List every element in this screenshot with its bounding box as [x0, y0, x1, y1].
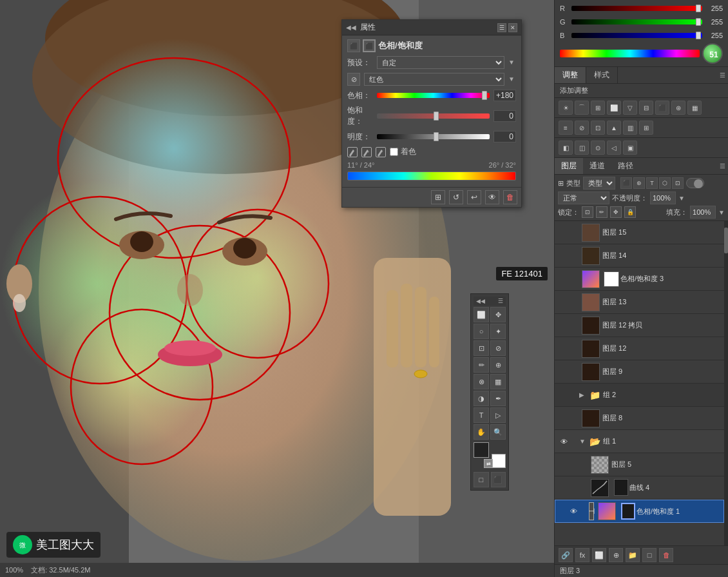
layer-item[interactable]: 曲线 4 [555, 476, 724, 500]
brush-tool[interactable]: ✏ [474, 357, 489, 373]
huesat-adj[interactable]: ▽ [623, 101, 637, 115]
layers-scrollbar[interactable] [724, 221, 728, 545]
preset-select[interactable]: 自定 [377, 56, 504, 69]
layer-visibility-toggle[interactable] [557, 226, 570, 239]
layer-item[interactable]: 图层 13 [555, 291, 724, 314]
lock-all[interactable]: 🔒 [624, 206, 636, 218]
group-arrow[interactable]: ▶ [579, 391, 587, 398]
all-adj[interactable]: ▣ [623, 141, 637, 155]
zoom-tool[interactable]: 🔍 [490, 424, 506, 440]
exposure-adj[interactable]: ⊞ [591, 101, 605, 115]
saturation-thumb[interactable] [434, 112, 439, 121]
magic-wand-tool[interactable]: ✦ [490, 324, 506, 339]
curves-adj[interactable]: ⌒ [575, 101, 589, 115]
green-slider[interactable] [571, 19, 702, 24]
lightness-value[interactable] [493, 131, 516, 142]
previous-state-btn[interactable]: ↩ [467, 190, 481, 204]
layer-item[interactable]: 图层 8 [555, 407, 724, 430]
filter-text-btn[interactable]: T [646, 177, 658, 189]
channelmix-adj[interactable]: ▦ [687, 101, 702, 115]
eyedropper-tool[interactable]: ⊘ [490, 340, 506, 356]
vibrance-adj[interactable]: ⬜ [607, 101, 621, 115]
dodge-tool[interactable]: ◑ [474, 391, 489, 406]
foreground-swatch[interactable] [474, 442, 489, 458]
layer-visibility-toggle[interactable] [557, 366, 570, 378]
tab-channels[interactable]: 通道 [583, 158, 611, 174]
lightness-slider[interactable] [377, 134, 490, 139]
levels-adj[interactable]: ≡ [559, 121, 573, 135]
move-tool[interactable]: ✥ [490, 307, 506, 322]
quick-mask-off[interactable]: □ [474, 472, 489, 487]
layer-item[interactable]: 图层 12 拷贝 [555, 314, 724, 337]
lightness-thumb[interactable] [434, 132, 439, 141]
blue-slider[interactable] [571, 33, 702, 38]
selectivecolor-adj[interactable]: ⊞ [639, 121, 653, 135]
swap-colors-btn[interactable]: ⇄ [484, 459, 493, 468]
layer-visibility-toggle[interactable] [557, 249, 570, 262]
layer-visibility-toggle[interactable] [566, 458, 579, 471]
add-mask-btn[interactable]: ⬜ [592, 548, 606, 562]
tab-layers[interactable]: 图层 [555, 158, 583, 174]
layer-visibility-toggle[interactable] [557, 319, 570, 332]
previous-adj[interactable]: ◁ [607, 141, 621, 155]
colorize-checkbox[interactable] [390, 148, 398, 156]
add-style-btn[interactable]: fx [575, 548, 589, 562]
quick-mask-on[interactable]: ⬛ [491, 472, 506, 487]
hue-slider[interactable] [377, 93, 490, 98]
red-thumb[interactable] [696, 5, 701, 12]
tab-style[interactable]: 样式 [586, 67, 618, 83]
shadows-adj[interactable]: ◧ [559, 141, 573, 155]
layer-item[interactable]: 图层 14 [555, 244, 724, 268]
photofilter-adj[interactable]: ⊛ [671, 101, 685, 115]
lock-brush[interactable]: ✏ [596, 206, 608, 218]
saturation-slider[interactable] [377, 113, 490, 119]
hue-thumb[interactable] [482, 91, 487, 100]
properties-collapse-btn[interactable]: ◀◀ [346, 24, 356, 31]
brightness-adj[interactable]: ☀ [559, 101, 573, 115]
sample-remove-icon[interactable]: - [376, 147, 386, 157]
mask-icon[interactable]: ⬛ [347, 39, 360, 52]
fill-input[interactable] [690, 206, 716, 219]
opacity-input[interactable] [650, 191, 676, 204]
threshold-adj[interactable]: ▲ [607, 121, 621, 135]
properties-panel-menu[interactable]: ☰ [497, 23, 506, 32]
layer-item-group[interactable]: 👁 ▼ 📂 组 1 [555, 430, 724, 453]
clone-stamp-tool[interactable]: ⊗ [474, 374, 489, 389]
layer-item[interactable]: 图层 12 [555, 337, 724, 360]
layers-scroll-thumb[interactable] [724, 228, 728, 253]
lock-transparency[interactable]: ⊡ [582, 206, 593, 218]
filter-toggle[interactable] [686, 178, 704, 188]
reset-btn[interactable]: ↺ [449, 190, 463, 204]
layer-visibility-toggle[interactable]: 👁 [567, 505, 580, 518]
green-thumb[interactable] [696, 18, 701, 26]
filter-smartobj-btn[interactable]: ⊡ [672, 177, 684, 189]
text-tool[interactable]: T [474, 407, 489, 423]
invert-adj[interactable]: ⊘ [575, 121, 589, 135]
opacity-arrow[interactable]: ▼ [678, 195, 685, 202]
sample-add-icon[interactable]: + [361, 147, 372, 157]
tool-panel-collapse[interactable]: ◀◀ [476, 298, 485, 304]
new-adjustment-btn[interactable]: ⊕ [609, 548, 623, 562]
layer-visibility-toggle[interactable] [566, 482, 579, 494]
path-select-tool[interactable]: ▷ [490, 407, 506, 423]
posterize-adj[interactable]: ⊡ [591, 121, 605, 135]
fill-arrow[interactable]: ▼ [718, 209, 725, 216]
visibility-btn[interactable]: 👁 [485, 190, 499, 204]
new-layer-btn[interactable]: □ [642, 548, 656, 562]
eyedropper-icon[interactable]: ⊘ [347, 73, 360, 86]
blend-mode-select[interactable]: 正常 [558, 191, 609, 204]
properties-panel-close[interactable]: ✕ [508, 23, 517, 32]
bw-adj[interactable]: ⬛ [655, 101, 669, 115]
spot-heal-tool[interactable]: ⊕ [490, 357, 506, 373]
layer-item-active[interactable]: 👁 ⊣ 色相/饱和度 1 [555, 500, 724, 523]
group-arrow[interactable]: ▼ [579, 438, 587, 445]
layer-item[interactable]: 图层 5 [555, 453, 724, 476]
lock-move[interactable]: ✥ [610, 206, 622, 218]
layer-visibility-toggle[interactable]: 👁 [557, 435, 570, 448]
mask-adj[interactable]: ⊙ [591, 141, 605, 155]
colorbalance-adj[interactable]: ⊟ [639, 101, 653, 115]
gradient-tool[interactable]: ▦ [490, 374, 506, 389]
blue-thumb[interactable] [696, 32, 701, 39]
layer-item[interactable]: 色相/饱和度 3 [555, 268, 724, 291]
pixel-mask-icon[interactable]: ⬛ [363, 39, 376, 52]
